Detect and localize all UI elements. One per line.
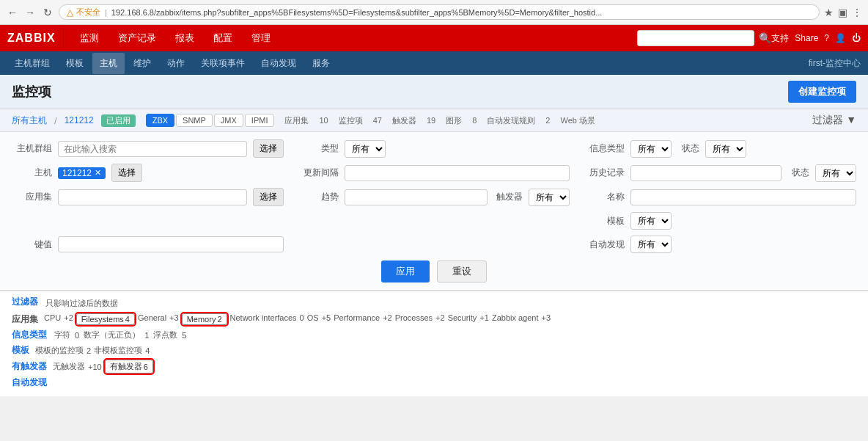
share-link[interactable]: Share [795,33,818,43]
has-trigger-tag[interactable]: 有触发器 6 [105,360,153,373]
address-bar[interactable]: △ 不安全 | 192.168.6.8/zabbix/items.php?sub… [59,4,820,20]
user-icon[interactable]: 👤 [835,33,846,43]
host-select-button[interactable]: 选择 [111,164,142,182]
support-link[interactable]: 支持 [771,32,789,45]
template-monitored-label: 模板的监控项 [35,345,84,356]
filter-result-title[interactable]: 过滤器 [12,296,38,308]
breadcrumb-row: 所有主机 / 121212 已启用 ZBX SNMP JMX IPMI 应用集 … [0,109,868,132]
sidebar-item-templates[interactable]: 模板 [59,53,91,74]
app-label: 应用集 [12,191,52,203]
type-label: 类型 [298,142,339,155]
star-icon[interactable]: ★ [824,7,834,18]
tab-ipmi[interactable]: IPMI [245,114,275,127]
filter-toggle-button[interactable]: 过滤器 ▼ [812,114,856,127]
security-tag: Security [448,313,477,322]
type-select[interactable]: 所有 [345,140,386,158]
page-title: 监控项 [12,83,51,101]
sidebar-item-hostgroups[interactable]: 主机群组 [7,53,57,74]
filesystems-tag[interactable]: Filesystems 4 [76,313,135,325]
menu-item-config[interactable]: 配置 [205,26,241,51]
general-tag: General [138,313,166,322]
auto-discover-select[interactable]: 所有 [630,236,672,253]
search-area: 🔍 [637,30,771,46]
history-input[interactable] [630,165,781,181]
host-tag-remove[interactable]: ✕ [95,168,101,178]
template-monitored-count: 2 [87,346,91,355]
has-trigger-label: 有触发器 [110,361,142,372]
breadcrumb-host[interactable]: 121212 [65,115,94,125]
status2-label: 状态 [787,167,809,179]
status2-select[interactable]: 所有 [815,164,856,182]
host-field: 主机 121212 ✕ 选择 [12,164,284,182]
refresh-btn[interactable]: ↻ [41,6,54,19]
tab-snmp[interactable]: SNMP [176,114,213,127]
template-section-label[interactable]: 模板 [12,344,29,357]
trends-field: 趋势 触发器 所有 [298,188,570,206]
menu-item-report[interactable]: 报表 [166,26,203,51]
filter-actions: 应用 重设 [12,260,856,283]
global-search-input[interactable] [637,30,754,46]
trigger-section-label[interactable]: 有触发器 [12,360,47,373]
tab-jmx[interactable]: JMX [214,114,243,127]
sidebar-item-correlations[interactable]: 关联项事件 [194,53,252,74]
trigger-select[interactable]: 所有 [529,189,570,206]
menu-item-monitor[interactable]: 监测 [71,26,108,51]
info-type-section-label[interactable]: 信息类型 [12,329,47,341]
status-enabled-badge: 已启用 [101,114,136,127]
tab-zbx[interactable]: ZBX [146,114,174,127]
app-set-label: 应用集 [12,313,38,326]
sidebar-item-actions[interactable]: 动作 [160,53,192,74]
forward-btn[interactable]: → [23,6,37,19]
help-icon[interactable]: ? [824,33,829,43]
back-btn[interactable]: ← [6,6,19,19]
trends-input[interactable] [345,189,488,205]
apply-button[interactable]: 应用 [381,260,430,283]
host-group-field: 主机群组 选择 [12,139,284,158]
menu-item-assets[interactable]: 资产记录 [109,26,165,51]
app-input[interactable] [58,189,247,205]
sidebar-item-hosts[interactable]: 主机 [92,53,125,74]
search-icon[interactable]: 🔍 [759,32,771,44]
status-select[interactable]: 所有 [705,140,746,158]
name-input[interactable] [630,189,856,205]
reset-button[interactable]: 重设 [437,260,487,283]
create-monitor-item-button[interactable]: 创建监控项 [788,81,856,103]
app-select-button[interactable]: 选择 [253,188,284,206]
sidebar-item-autodiscovery[interactable]: 自动发现 [254,53,304,74]
trends-label: 趋势 [298,191,339,203]
sidebar-item-services[interactable]: 服务 [305,53,337,74]
filter-grid: 主机群组 选择 类型 所有 信息类型 所有 状态 所有 [12,139,856,253]
only-affected-label: 只影响过滤后的数据 [45,298,118,309]
template-non-label: 非模板监控项 [94,345,142,356]
processes-count: +2 [435,313,445,322]
type-field: 类型 所有 [298,139,570,158]
menu-item-admin[interactable]: 管理 [243,26,279,51]
float-label: 浮点数 [153,329,177,340]
zabbix-agent-count: +3 [542,313,551,322]
breadcrumb-all-hosts[interactable]: 所有主机 [12,114,47,127]
sidebar-item-maintenance[interactable]: 维护 [126,53,158,74]
memory-tag[interactable]: Memory 2 [182,313,227,325]
top-right-actions: 支持 Share ? 👤 ⏻ [771,32,861,45]
key-field: 键值 [12,236,284,253]
auto-discover-row: 自动发现 [12,376,856,389]
filter-form: 主机群组 选择 类型 所有 信息类型 所有 状态 所有 [0,132,868,291]
info-type-row: 信息类型 字符 0 数字（无正负） 1 浮点数 5 [12,329,856,341]
general-count: +3 [169,313,179,322]
logout-icon[interactable]: ⏻ [852,33,861,43]
update-interval-input[interactable] [345,165,570,181]
ext-icon[interactable]: ▣ [838,7,847,18]
template-select[interactable]: 所有 [630,212,672,230]
settings-icon[interactable]: ⋮ [852,7,862,18]
memory-count: 2 [217,315,221,324]
key-input[interactable] [58,236,284,252]
host-group-input[interactable] [58,141,247,157]
auto-discover-section-label[interactable]: 自动发现 [12,376,47,389]
warning-label: 不安全 [76,7,100,18]
history-field: 历史记录 状态 所有 [584,164,856,182]
host-group-label: 主机群组 [12,142,52,155]
top-nav: ZABBIX 监测 资产记录 报表 配置 管理 🔍 支持 Share ? 👤 ⏻ [0,25,868,51]
info-type-select[interactable]: 所有 [630,140,672,158]
host-group-select-button[interactable]: 选择 [253,139,284,158]
template-row: 模板 模板的监控项 2 非模板监控项 4 [12,344,856,357]
